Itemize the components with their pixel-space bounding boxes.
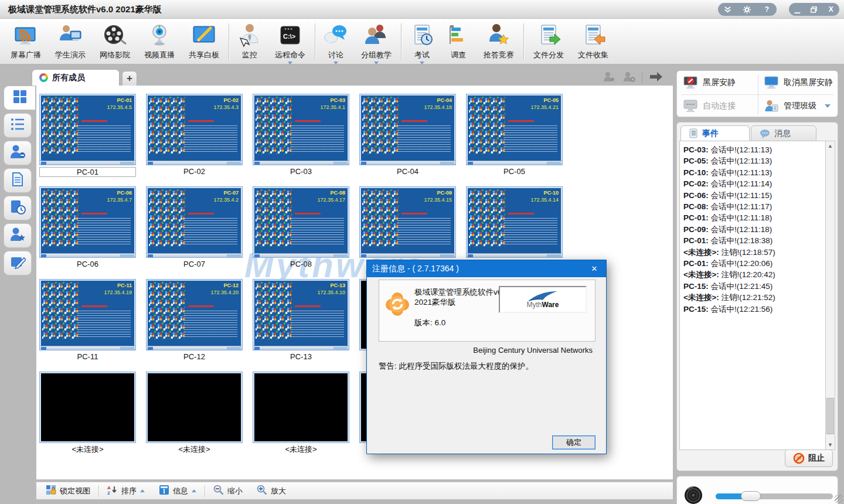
thumbnail-label[interactable]: <未连接> [146,445,243,454]
thumbnail-label[interactable]: PC-13 [253,352,349,361]
toolbar-item-file-distribute[interactable]: 文件分发 [526,21,571,60]
student-thumbnail[interactable]: PC-13172.35.4.10PC-13 [253,279,349,361]
student-thumbnail[interactable]: PC-05172.35.4.21PC-05 [466,94,563,176]
add-tab-button[interactable]: + [122,71,137,86]
toolbar-separator [315,23,315,60]
dropdown-caret-icon[interactable] [333,62,338,64]
bottombar-item-sort-az[interactable]: AZ排序 [101,483,151,498]
auto-connect-button[interactable]: 自动连接 [677,94,758,117]
sidebar-button-view-grid[interactable] [4,86,35,110]
toolbar-item-discuss[interactable]: 讨论 [318,21,354,64]
student-thumbnail[interactable]: <未连接> [39,372,136,454]
add-member-star-icon[interactable] [602,71,616,85]
toolbar-item-student-demo[interactable]: 学生演示 [48,21,93,60]
student-thumbnail[interactable]: PC-12172.35.4.20PC-12 [146,279,243,361]
collapse-toolbar-button[interactable] [720,3,736,16]
blackout-button[interactable]: 黑屏安静 [677,71,758,94]
thumbnail-label[interactable]: PC-05 [466,167,563,176]
toolbar-item-whiteboard[interactable]: 共享白板 [182,21,226,60]
bottombar-item-zoom-in[interactable]: 放大 [251,483,292,498]
minimize-button[interactable]: ▁ [789,3,805,16]
dialog-title-bar[interactable]: 注册信息 - ( 2.7.17364 ) ✕ [367,260,606,277]
thumbnail-label[interactable]: PC-07 [146,260,243,268]
registration-dialog: 注册信息 - ( 2.7.17364 ) ✕ 极域课堂管理系统软件v6.0 20… [366,260,607,454]
student-thumbnail[interactable]: <未连接> [146,372,243,454]
thumbnail-label[interactable]: <未连接> [39,445,136,454]
thumbnail-label[interactable]: <未连接> [253,445,349,454]
resize-grip[interactable] [835,495,843,503]
bottombar-item-lock-view[interactable]: 锁定视图 [40,483,96,498]
toolbar-item-file-collect[interactable]: 文件收集 [571,21,615,60]
speaker-volume-slider[interactable] [716,493,833,499]
thumbnail-label[interactable]: PC-04 [359,167,456,176]
restore-button[interactable] [806,3,822,16]
dialog-close-icon[interactable]: ✕ [583,260,606,277]
member-settings-icon[interactable] [622,71,636,85]
bottombar-item-info-badge[interactable]: 信息 [153,483,202,498]
thumbnail-label[interactable]: PC-02 [146,167,243,176]
dialog-ok-button[interactable]: 确定 [552,435,595,449]
thumbnail-label[interactable]: PC-11 [39,352,136,361]
student-thumbnail[interactable]: PC-09172.35.4.15PC-09 [359,186,456,268]
cancel-blackout-button[interactable]: 取消黑屏安静 [758,71,838,94]
student-thumbnail[interactable]: PC-03172.35.4.1PC-03 [253,94,349,176]
toolbar-item-monitor-watch[interactable]: 监控 [232,21,268,60]
toolbar-item-video-live[interactable]: 视频直播 [137,21,182,60]
dropdown-caret-icon[interactable] [420,62,424,64]
student-thumbnail[interactable]: PC-07172.35.4.2PC-07 [146,186,243,268]
student-thumbnail[interactable]: PC-04172.35.4.18PC-04 [359,94,456,176]
student-thumbnail[interactable]: PC-10172.35.4.14PC-10 [466,186,563,268]
student-thumbnail[interactable]: PC-08172.35.4.17PC-08 [253,186,349,268]
toolbar-item-quiz-race[interactable]: 抢答竞赛 [477,21,521,60]
student-thumbnail[interactable]: PC-02172.35.4.3PC-02 [146,94,243,176]
thumb-pc-name: PC-03 [330,97,345,103]
bottombar-item-label: 放大 [271,486,286,496]
scroll-up-arrow[interactable]: ▲ [826,141,835,151]
tab-all-members[interactable]: 所有成员 [32,69,120,86]
manage-class-button[interactable]: 管理班级 [758,94,838,117]
title-bar: 极域课堂管理系统软件v6.0 2021豪华版 ? ▁ X [0,0,844,19]
tab-events[interactable]: 事件 [680,125,750,141]
student-thumbnail[interactable]: <未连接> [253,372,349,454]
thumbnail-label[interactable]: PC-12 [146,352,243,361]
document-edit-icon [9,254,26,272]
thumbnail-label[interactable]: PC-03 [253,167,349,176]
toolbar-item-screen-broadcast[interactable]: 屏幕广播 [4,21,48,60]
help-button[interactable]: ? [758,3,775,16]
sidebar-button-view-list[interactable] [4,113,32,138]
close-button[interactable]: X [823,3,839,16]
thumb-pc-ip: 172.35.4.10 [317,290,345,295]
toolbar-item-net-movie[interactable]: 网络影院 [93,21,137,60]
block-button[interactable]: 阻止 [785,449,833,467]
speaker-slider-knob[interactable] [741,491,761,501]
toolbar-item-group-teach[interactable]: 分组教学 [354,21,399,64]
student-thumbnail[interactable]: PC-11172.35.4.19PC-11 [39,279,136,361]
sidebar-button-person-remove[interactable] [4,141,32,165]
bottombar-item-zoom-out[interactable]: 缩小 [207,483,249,498]
toolbar-item-survey[interactable]: 调查 [440,21,477,60]
sidebar-button-document-edit[interactable] [4,251,32,275]
readme-text [290,125,344,152]
sidebar-button-person-star[interactable] [4,223,32,248]
sort-caret-icon[interactable] [192,489,196,492]
thumbnail-label[interactable]: PC-06 [39,260,136,268]
sidebar-button-document-clock[interactable] [4,196,32,220]
toolbar-item-remote-cmd[interactable]: C:\>远程命令 [268,21,312,64]
scrollbar-thumb[interactable] [826,398,834,434]
readme-title [295,305,321,307]
thumbnail-label[interactable]: PC-01 [39,167,136,177]
dropdown-caret-icon[interactable] [288,62,292,64]
student-thumbnail[interactable]: PC-06172.35.4.7PC-06 [39,186,136,268]
student-thumbnail[interactable]: PC-01172.35.4.5PC-01 [39,94,136,177]
toolbar-item-exam[interactable]: 考试 [404,21,440,64]
sort-caret-icon[interactable] [140,489,145,492]
thumbnail-label[interactable]: PC-08 [253,260,349,268]
event-list-scrollbar[interactable]: ▲ ▼ [825,141,835,450]
settings-gear-button[interactable] [739,3,755,16]
tab-messages[interactable]: 消息 [751,125,816,141]
left-sidebar [0,69,35,485]
dropdown-caret-icon[interactable] [374,62,379,64]
scroll-down-arrow[interactable]: ▼ [826,440,835,449]
sidebar-button-document-page[interactable] [4,168,32,193]
collapse-panel-arrow-icon[interactable] [648,70,663,86]
